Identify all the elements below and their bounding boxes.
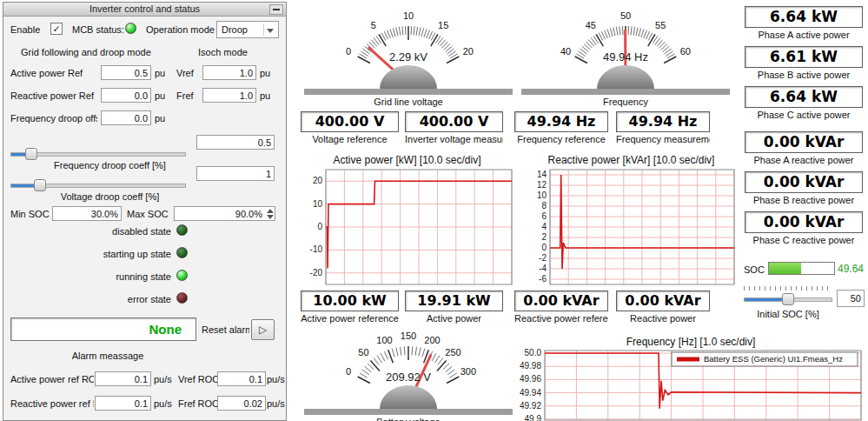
svg-text:14: 14: [537, 170, 547, 179]
operation-mode-select[interactable]: Droop: [216, 21, 279, 38]
disabled-state-label: disabled state: [56, 225, 171, 237]
display-value: 0.00 kVAr: [745, 211, 863, 233]
display-label: Phase C reactive power: [745, 235, 863, 245]
fref-roc-input[interactable]: [217, 396, 266, 411]
reactive-power-chart: Reactive power [kVAr] [10.0 sec/div] 141…: [526, 154, 737, 287]
display-value: 6.64 kW: [745, 6, 863, 28]
svg-text:40: 40: [560, 46, 571, 57]
slider-handle[interactable]: [782, 293, 794, 305]
reactive-power-ref-roc-input[interactable]: [95, 396, 151, 411]
freq-droop-offset-input[interactable]: [101, 110, 151, 125]
disabled-state-led: [176, 224, 188, 236]
active-power-display: 19.91 kW Active power: [405, 291, 503, 324]
svg-text:45: 45: [586, 20, 596, 30]
enable-checkbox[interactable]: ✓: [50, 23, 63, 35]
display-label: Phase A reactive power: [745, 155, 863, 165]
svg-text:Battery ESS (Generic) UI1.Fmea: Battery ESS (Generic) UI1.Fmeas_Hz: [704, 354, 843, 364]
vref-roc-input[interactable]: [217, 371, 266, 386]
phase-c-reactive-power-display: 0.00 kVAr Phase C reactive power: [745, 211, 863, 245]
display-value: 0.00 kVAr: [745, 171, 863, 193]
display-value: 400.00 V: [405, 111, 503, 132]
panel-title: Inverter control and status: [89, 3, 200, 14]
voltage-droop-coeff-slider[interactable]: [10, 179, 186, 191]
svg-text:100: 100: [376, 335, 392, 345]
display-label: Phase B active power: [745, 70, 863, 80]
operation-mode-value: Droop: [222, 24, 248, 35]
min-soc-label: Min SOC: [10, 208, 50, 220]
alarm-value: None: [11, 318, 195, 337]
soc-bar-fill: [769, 263, 801, 274]
svg-text:60: 60: [680, 46, 691, 57]
svg-text:49.98: 49.98: [520, 361, 541, 371]
freq-droop-coeff-value[interactable]: [196, 135, 275, 150]
svg-text:10: 10: [403, 10, 414, 21]
svg-text:4: 4: [541, 222, 547, 231]
initial-soc-slider[interactable]: [744, 293, 832, 305]
svg-text:0: 0: [346, 46, 351, 57]
svg-text:20: 20: [463, 46, 474, 57]
svg-text:-10: -10: [310, 244, 323, 254]
vref-input[interactable]: [202, 65, 256, 80]
active-power-chart: Active power [kW] [10.0 sec/div] 20100-1…: [300, 154, 514, 287]
svg-text:2.29 kV: 2.29 kV: [389, 50, 427, 63]
display-value: 400.00 V: [301, 111, 399, 132]
frequency-reference-display: 49.94 Hz Frequency reference: [514, 111, 608, 144]
svg-text:5: 5: [371, 20, 376, 30]
grid-line-voltage-gauge: 051015202.29 kV Grid line voltage: [304, 5, 513, 107]
fref-roc-label: Fref ROC: [178, 398, 219, 410]
vref-label: Vref: [176, 67, 194, 79]
spinner-up-icon: [267, 209, 274, 213]
gauge-label: Grid line voltage: [304, 97, 513, 107]
vref-roc-unit: pu/s: [267, 373, 286, 385]
panel-titlebar[interactable]: Inverter control and status: [3, 3, 286, 17]
active-power-ref-unit: pu: [155, 67, 165, 79]
initial-soc-value[interactable]: [837, 290, 865, 307]
gauge-base: [304, 89, 513, 95]
minimize-button[interactable]: [269, 4, 283, 15]
voltage-droop-coeff-value[interactable]: [196, 166, 275, 181]
freq-droop-offset-unit: pu: [155, 112, 165, 124]
minimize-icon: [273, 9, 280, 10]
svg-text:6: 6: [541, 211, 547, 221]
reset-alarm-button[interactable]: ▷: [251, 319, 275, 340]
display-label: Phase B reactive power: [745, 195, 863, 205]
reactive-power-ref-unit: pu: [155, 90, 165, 102]
svg-text:2: 2: [541, 232, 547, 242]
svg-text:55: 55: [655, 20, 666, 30]
chart-title: Reactive power [kVAr] [10.0 sec/div]: [526, 154, 737, 167]
fref-label: Fref: [176, 90, 194, 102]
inverter-control-panel: Inverter control and status Enable ✓ MCB…: [3, 2, 287, 421]
fref-input[interactable]: [202, 88, 256, 103]
freq-droop-offset-label: Frequency droop offset: [10, 112, 97, 124]
chevron-down-icon: [267, 29, 274, 33]
max-soc-input[interactable]: [174, 206, 275, 221]
reset-alarm-label: Reset alarm: [202, 324, 249, 336]
phase-c-active-power-display: 6.64 kW Phase C active power: [745, 86, 863, 120]
display-value: 6.64 kW: [745, 86, 863, 108]
reactive-power-display: 0.00 kVAr Reactive power: [616, 291, 710, 324]
active-power-ref-input[interactable]: [101, 65, 151, 80]
reactive-power-ref-input[interactable]: [101, 88, 151, 103]
display-value: 49.94 Hz: [514, 111, 608, 132]
display-label: Reactive power reference: [514, 313, 608, 324]
starting-up-state-label: starting up state: [56, 248, 171, 260]
vref-roc-label: Vref ROC: [178, 373, 219, 385]
starting-up-state-led: [176, 247, 188, 258]
chart-title: Active power [kW] [10.0 sec/div]: [300, 154, 514, 167]
checkmark-icon: ✓: [52, 23, 60, 34]
display-value: 6.61 kW: [745, 46, 863, 68]
svg-text:200: 200: [424, 335, 440, 345]
active-power-ref-roc-input[interactable]: [95, 371, 151, 386]
operation-mode-label: Operation mode: [146, 23, 215, 36]
svg-text:-2: -2: [539, 253, 547, 263]
max-soc-spinner[interactable]: [265, 207, 275, 220]
soc-bar: [768, 262, 835, 275]
gauge-base: [304, 409, 513, 415]
phase-a-reactive-power-display: 0.00 kVAr Phase A reactive power: [745, 131, 863, 165]
frequency-chart: Frequency [Hz] [1.0 sec/div] 50.049.9849…: [515, 336, 866, 421]
freq-droop-coeff-slider[interactable]: [10, 148, 186, 160]
min-soc-input[interactable]: [52, 206, 122, 221]
slider-handle[interactable]: [34, 179, 46, 191]
slider-handle[interactable]: [25, 148, 37, 160]
svg-text:0: 0: [346, 366, 351, 377]
